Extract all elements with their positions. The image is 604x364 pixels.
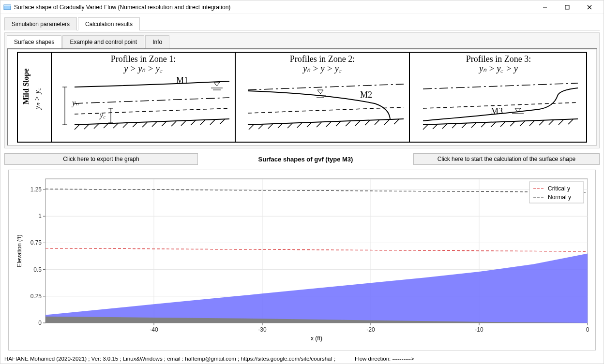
svg-text:-40: -40 bbox=[150, 326, 158, 333]
diagram-left-condition: yₙ > y꜀ bbox=[33, 87, 42, 110]
svg-text:0: 0 bbox=[38, 320, 42, 326]
svg-text:Critical y: Critical y bbox=[548, 185, 570, 192]
svg-rect-1 bbox=[4, 5, 11, 6]
status-bar: HAFIANE Mohamed (2020-2021) ; Ver: 3.0.1… bbox=[4, 356, 600, 362]
tab-label: Example and control point bbox=[70, 39, 137, 45]
app-icon bbox=[3, 3, 11, 11]
credits-text: HAFIANE Mohamed (2020-2021) ; Ver: 3.0.1… bbox=[4, 356, 335, 362]
tab-label: Calculation results bbox=[85, 21, 133, 28]
button-label: Click here to export the graph bbox=[63, 156, 139, 162]
surface-shape-type-label: Surface shapes of gvf (type M3) bbox=[203, 153, 408, 165]
z1-title: Profiles in Zone 1: bbox=[111, 54, 176, 64]
svg-text:0.5: 0.5 bbox=[33, 266, 42, 273]
reference-diagram-box: Mild Slope yₙ > y꜀ Profiles in Zone 1: y… bbox=[7, 48, 597, 146]
middle-row: Click here to export the graph Surface s… bbox=[4, 153, 600, 165]
svg-text:Normal y: Normal y bbox=[548, 194, 571, 201]
close-button[interactable] bbox=[578, 0, 601, 14]
titlebar: Surface shape of Gradually Varied Flow (… bbox=[0, 0, 604, 14]
svg-text:Elevation (ft): Elevation (ft) bbox=[16, 234, 23, 267]
z2-title: Profiles in Zone 2: bbox=[290, 54, 355, 64]
yn-label: yₙ bbox=[71, 99, 79, 107]
yc-label: y꜀ bbox=[99, 111, 106, 119]
minimize-button[interactable] bbox=[534, 0, 556, 14]
reference-diagram-svg: Mild Slope yₙ > y꜀ Profiles in Zone 1: y… bbox=[10, 51, 594, 143]
tab-label: Simulation parameters bbox=[12, 21, 70, 28]
z1-cond: y > yₙ > y꜀ bbox=[123, 64, 162, 73]
tab-label: Info bbox=[152, 39, 162, 45]
maximize-button[interactable] bbox=[556, 0, 578, 14]
content: Simulation parameters Calculation result… bbox=[0, 14, 604, 350]
m3-label: M3 bbox=[491, 106, 503, 116]
inner-tab-area: Surface shapes Example and control point… bbox=[4, 32, 600, 148]
svg-text:-20: -20 bbox=[366, 326, 375, 333]
svg-text:-10: -10 bbox=[475, 326, 483, 333]
button-label: Click here to start the calculation of t… bbox=[438, 156, 576, 162]
window-buttons bbox=[534, 0, 601, 14]
svg-text:0: 0 bbox=[586, 326, 589, 333]
svg-text:1.25: 1.25 bbox=[30, 186, 42, 193]
diagram-mild-slope-label: Mild Slope bbox=[22, 69, 30, 104]
z3-cond: yₙ > y꜀ > y bbox=[478, 64, 517, 73]
svg-text:-30: -30 bbox=[258, 326, 267, 333]
flow-direction-text: Flow direction: ----------> bbox=[355, 356, 414, 362]
chart-svg[interactable]: 00.250.50.7511.25-40-30-20-100x (ft)Elev… bbox=[12, 173, 592, 347]
svg-text:x (ft): x (ft) bbox=[311, 335, 322, 342]
window-title: Surface shape of Gradually Varied Flow (… bbox=[14, 4, 534, 11]
svg-text:1: 1 bbox=[38, 213, 42, 219]
svg-rect-3 bbox=[565, 5, 569, 9]
tab-simulation-parameters[interactable]: Simulation parameters bbox=[4, 17, 77, 30]
tab-label: Surface shapes bbox=[14, 39, 54, 45]
z2-cond: yₙ > y > y꜀ bbox=[302, 64, 341, 73]
chart-area: 00.250.50.7511.25-40-30-20-100x (ft)Elev… bbox=[8, 170, 596, 350]
export-graph-button[interactable]: Click here to export the graph bbox=[4, 153, 198, 165]
m2-label: M2 bbox=[360, 90, 372, 100]
svg-text:0.25: 0.25 bbox=[30, 293, 42, 300]
window: Surface shape of Gradually Varied Flow (… bbox=[0, 0, 604, 364]
innertab-surface-shapes[interactable]: Surface shapes bbox=[7, 35, 61, 48]
m1-label: M1 bbox=[176, 75, 188, 85]
innertab-info[interactable]: Info bbox=[145, 35, 169, 48]
inner-tabbar: Surface shapes Example and control point… bbox=[7, 35, 597, 48]
innertab-example-control-point[interactable]: Example and control point bbox=[62, 35, 144, 48]
outer-tabbar: Simulation parameters Calculation result… bbox=[4, 17, 600, 30]
svg-text:0.75: 0.75 bbox=[30, 239, 42, 246]
start-calculation-button[interactable]: Click here to start the calculation of t… bbox=[413, 153, 600, 165]
z3-title: Profiles in Zone 3: bbox=[466, 54, 531, 64]
tab-calculation-results[interactable]: Calculation results bbox=[78, 17, 140, 30]
